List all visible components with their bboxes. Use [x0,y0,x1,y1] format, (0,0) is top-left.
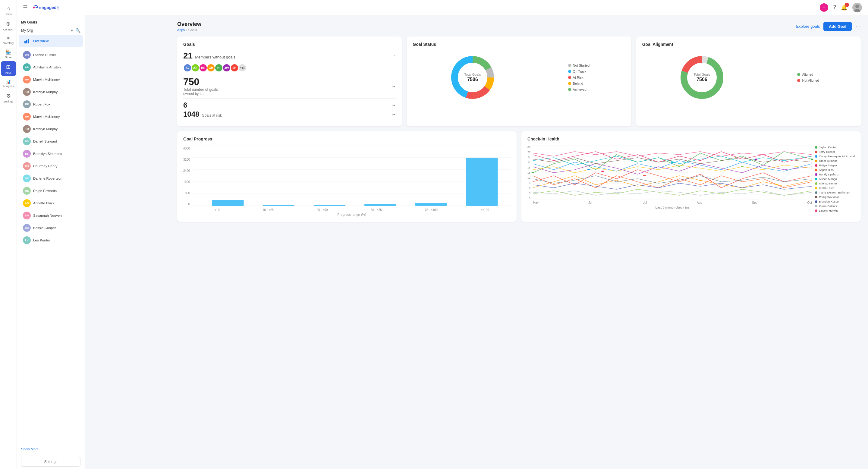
help-icon[interactable]: ? [833,4,836,10]
nav-item-directory[interactable]: ≡ Directory [1,33,16,46]
explore-goals-link[interactable]: Explore goals [796,24,820,29]
chevron-down-icon[interactable]: ▾ [71,28,73,33]
members-without-label: Members without goals [195,55,236,59]
goal-alignment-card: Goal Alignment Total Goals 7506 [636,36,861,126]
search-icon[interactable]: 🔍 [75,28,81,33]
ci-legend-8: Allison Mango [815,177,855,181]
left-nav: ⌂ Home ⊕ Connect ≡ Directory 🏪 Store ⊞ A… [0,0,17,469]
ci-legend-11: Tiana Ekstrom Bothman [815,191,855,194]
nav-item-store[interactable]: 🏪 Store [1,47,16,61]
sidebar-item-LK-15[interactable]: LK Leo Kenter [19,234,83,246]
sidebar-item-BS-8[interactable]: BS Brooklyn Simmons [19,148,83,160]
sidebar-item-SN-13[interactable]: SN Savannah Nguyen [19,210,83,222]
sidebar-item-MM-5[interactable]: MM Marvin McKinney [19,111,83,123]
nav-item-apps[interactable]: ⊞ Apps [1,61,16,76]
sidebar-item-CH-9[interactable]: CH Courtney Henry [19,160,83,172]
nav-item-analytics[interactable]: 📊 Analytics [1,76,16,90]
members-without-row: 21 Members without goals → [183,51,396,61]
sidebar-avatar-13: SN [23,212,31,219]
sidebar-item-MM-2[interactable]: MM Marvin McKinney [19,73,83,86]
sidebar-avatar-4: RF [23,100,31,108]
legend-achieved: Achieved [568,88,590,91]
ci-legend-9: Alfonso Kenter [815,182,855,185]
nav-label-connect: Connect [3,28,13,31]
svg-text:7506: 7506 [696,77,707,82]
goal-status-card: Goal Status [407,36,631,126]
ci-legend-2: Terry Rosser [815,150,855,153]
top-bar-actions: + ? 🔔 1 [820,3,862,12]
sidebar-member-name-11: Ralph Edwards [33,189,57,193]
sidebar-member-name-7: Darrell Steward [33,139,57,143]
nav-label-store: Store [5,56,12,59]
sidebar-item-DR-0[interactable]: DR Dianne Russell [19,49,83,61]
ci-legend-4: Omar Culhane [815,159,855,162]
bars-and-labels: <10 10 - <25 25 - <50 50 - <75 75 - <100… [193,146,510,216]
connect-icon: ⊕ [6,21,10,27]
ci-legend-6: Aspen Dias [815,168,855,171]
alignment-donut-chart: Total Goals 7506 [678,53,726,101]
sidebar-avatar-5: MM [23,113,31,121]
svg-text:engagedly: engagedly [39,5,59,10]
status-donut-chart: Total Goals 7506 [448,53,497,101]
svg-text:Total Goals: Total Goals [693,73,710,76]
sidebar-item-DS-7[interactable]: DS Darrell Steward [19,135,83,147]
sidebar-item-overview[interactable]: Overview [19,35,83,47]
svg-text:7506: 7506 [467,77,478,82]
sidebar-item-AB-12[interactable]: AB Annette Black [19,197,83,209]
top-cards-row: Goals 21 Members without goals → AV AS B… [177,36,861,126]
sidebar-item-AA-1[interactable]: AA Abhilasha Aniston [19,61,83,73]
sidebar-avatar-7: DS [23,137,31,145]
goal-alignment-donut-area: Total Goals 7506 Aligned Not Aligned [642,51,855,104]
legend-not-aligned: Not Aligned [797,79,819,82]
hamburger-icon[interactable]: ☰ [23,4,28,11]
checkin-health-card: Check-In Health 30 27 24 21 18 15 12 9 6… [521,131,861,222]
nav-label-settings: Settings [3,100,13,103]
add-button-top[interactable]: + [820,3,828,12]
goals-at-risk-arrow2[interactable]: → [392,112,396,117]
main-content: Overview Apps › Goals Explore goals Add … [170,15,868,469]
more-options-icon[interactable]: ⋯ [855,23,861,30]
sidebar-item-RF-4[interactable]: RF Robert Fox [19,98,83,110]
svg-rect-30 [212,200,244,206]
settings-button[interactable]: Settings [21,457,81,467]
avatar-JW: JW [222,64,231,72]
svg-point-48 [587,169,590,170]
nav-item-connect[interactable]: ⊕ Connect [1,18,16,33]
total-goals-arrow[interactable]: → [392,84,396,89]
svg-point-51 [755,159,757,160]
sidebar-member-name-2: Marvin McKinney [33,78,60,82]
sidebar-org-label: My Org [21,28,33,33]
sidebar-my-goals[interactable]: My Goals [17,17,85,27]
nav-label-analytics: Analytics [3,85,13,88]
bc-apps-link[interactable]: Apps [177,28,185,32]
show-more-button[interactable]: Show More [17,445,85,455]
legend-behind: Behind [568,82,590,85]
goals-at-risk-arrow[interactable]: → [392,103,396,107]
sidebar-item-RE-11[interactable]: RE Ralph Edwards [19,185,83,197]
sidebar-item-BC-14[interactable]: BC Bessie Cooper [19,222,83,234]
sidebar-avatar-6: KM [23,125,31,133]
notification-icon[interactable]: 🔔 1 [841,4,847,11]
svg-point-55 [741,166,744,167]
checkin-svg [533,146,812,200]
svg-point-8 [855,4,859,8]
avatar-JH: JH [230,64,239,72]
sidebar-members-list: DR Dianne Russell AA Abhilasha Aniston M… [17,47,85,445]
user-avatar-top[interactable] [852,3,862,12]
svg-rect-3 [24,41,26,43]
add-goal-button[interactable]: Add Goal [824,22,852,31]
ci-legend-7: Randy Lipshutz [815,173,855,176]
apps-icon: ⊞ [6,64,10,70]
nav-item-settings[interactable]: ⚙ Settings [1,90,16,105]
sidebar-item-KM-6[interactable]: KM Kathryn Murphy [19,123,83,135]
sidebar-item-KM-3[interactable]: KM Kathryn Murphy [19,86,83,98]
nav-item-home[interactable]: ⌂ Home [1,3,16,18]
members-without-arrow[interactable]: → [391,53,396,59]
alignment-legend: Aligned Not Aligned [797,73,819,82]
bc-actions: Explore goals Add Goal ⋯ [796,22,861,31]
sidebar-member-name-9: Courtney Henry [33,164,58,168]
store-icon: 🏪 [5,50,11,55]
sidebar-item-DR-10[interactable]: DR Darlene Robertson [19,173,83,184]
goals-at-risk-num: 1048 [183,110,199,119]
sidebar-avatar-2: MM [23,76,31,84]
